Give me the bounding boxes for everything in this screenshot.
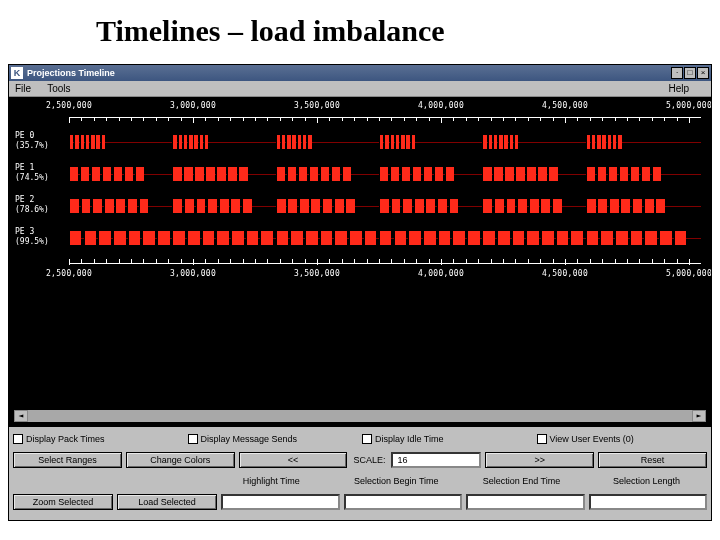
scroll-track[interactable] (28, 410, 692, 422)
activity-segment (127, 199, 137, 213)
activity-segment (674, 231, 686, 245)
pe-track[interactable] (69, 135, 701, 149)
menu-tools[interactable]: Tools (47, 83, 70, 94)
ruler-tick-label: 3,500,000 (294, 101, 340, 110)
menu-file[interactable]: File (15, 83, 31, 94)
activity-segment (597, 167, 606, 181)
activity-segment (644, 231, 656, 245)
highlight-time-label: Highlight Time (241, 476, 302, 486)
highlight-time-field[interactable] (221, 494, 340, 510)
ruler-tick-label: 5,000,000 (666, 269, 711, 278)
activity-segment (537, 167, 546, 181)
activity-segment (276, 167, 285, 181)
checkbox-label: Display Idle Time (375, 434, 444, 444)
activity-segment (172, 167, 181, 181)
activity-segment (526, 231, 538, 245)
activity-segment (205, 167, 214, 181)
ruler-tick-label: 4,500,000 (542, 101, 588, 110)
activity-segment (196, 199, 206, 213)
load-selected-button[interactable]: Load Selected (117, 494, 217, 510)
activity-segment (394, 231, 406, 245)
activity-segment (630, 231, 642, 245)
selection-begin-field[interactable] (344, 494, 463, 510)
scroll-left-button[interactable]: ◄ (14, 410, 28, 422)
activity-segment (184, 199, 194, 213)
activity-segment (437, 199, 447, 213)
menu-help[interactable]: Help (668, 83, 689, 94)
activity-segment (652, 167, 661, 181)
activity-segment (142, 231, 154, 245)
iconify-button[interactable]: · (671, 67, 683, 79)
activity-segment (81, 199, 91, 213)
activity-segment (494, 199, 504, 213)
activity-segment (115, 199, 125, 213)
checkbox-label: View User Events (0) (550, 434, 634, 444)
activity-segment (242, 199, 252, 213)
pe-row: PE 0(35.7%) (9, 129, 701, 157)
horizontal-scrollbar[interactable]: ◄ ► (13, 409, 707, 423)
activity-segment (619, 167, 628, 181)
activity-segment (517, 199, 527, 213)
activity-segment (379, 231, 391, 245)
zoom-selected-button[interactable]: Zoom Selected (13, 494, 113, 510)
activity-segment (488, 135, 492, 149)
activity-segment (364, 231, 376, 245)
activity-segment (302, 135, 306, 149)
activity-segment (423, 167, 432, 181)
pe-label: PE 3(99.5%) (15, 227, 65, 247)
activity-segment (556, 231, 568, 245)
change-colors-button[interactable]: Change Colors (126, 452, 235, 468)
activity-segment (423, 231, 435, 245)
activity-segment (74, 135, 78, 149)
activity-segment (514, 135, 518, 149)
activity-segment (506, 199, 516, 213)
activity-segment (379, 167, 388, 181)
timeline-canvas[interactable]: 2,500,0003,000,0003,500,0004,000,0004,50… (9, 97, 711, 427)
pe-track[interactable] (69, 199, 701, 213)
pe-track[interactable] (69, 231, 701, 245)
forward-button[interactable]: >> (485, 452, 594, 468)
scale-input[interactable] (391, 452, 481, 468)
activity-segment (405, 135, 409, 149)
activity-segment (309, 167, 318, 181)
activity-segment (287, 199, 297, 213)
reset-button[interactable]: Reset (598, 452, 707, 468)
activity-segment (307, 135, 311, 149)
activity-segment (102, 167, 111, 181)
activity-segment (601, 135, 605, 149)
checkbox-pack-times[interactable]: Display Pack Times (13, 434, 184, 444)
activity-segment (80, 135, 84, 149)
ruler-top: 2,500,0003,000,0003,500,0004,000,0004,50… (69, 101, 701, 123)
activity-segment (548, 167, 557, 181)
activity-segment (80, 167, 89, 181)
activity-segment (69, 231, 81, 245)
activity-segment (287, 167, 296, 181)
activity-segment (408, 231, 420, 245)
activity-segment (620, 199, 630, 213)
pe-label: PE 2(78.6%) (15, 195, 65, 215)
activity-segment (586, 231, 598, 245)
selection-length-field[interactable] (589, 494, 708, 510)
activity-segment (230, 199, 240, 213)
scroll-right-button[interactable]: ► (692, 410, 706, 422)
activity-segment (512, 231, 524, 245)
activity-segment (95, 135, 99, 149)
activity-segment (172, 135, 176, 149)
rewind-button[interactable]: << (239, 452, 348, 468)
titlebar[interactable]: K Projections Timeline · □ × (9, 65, 711, 81)
checkbox-user-events[interactable]: View User Events (0) (537, 434, 708, 444)
selection-end-field[interactable] (466, 494, 585, 510)
checkbox-idle-time[interactable]: Display Idle Time (362, 434, 533, 444)
activity-segment (320, 231, 332, 245)
ruler-tick-label: 2,500,000 (46, 101, 92, 110)
close-button[interactable]: × (697, 67, 709, 79)
activity-segment (655, 199, 665, 213)
checkbox-message-sends[interactable]: Display Message Sends (188, 434, 359, 444)
selection-begin-label: Selection Begin Time (352, 476, 441, 486)
activity-segment (615, 231, 627, 245)
pe-track[interactable] (69, 167, 701, 181)
activity-segment (526, 167, 535, 181)
activity-segment (586, 199, 596, 213)
select-ranges-button[interactable]: Select Ranges (13, 452, 122, 468)
maximize-button[interactable]: □ (684, 67, 696, 79)
